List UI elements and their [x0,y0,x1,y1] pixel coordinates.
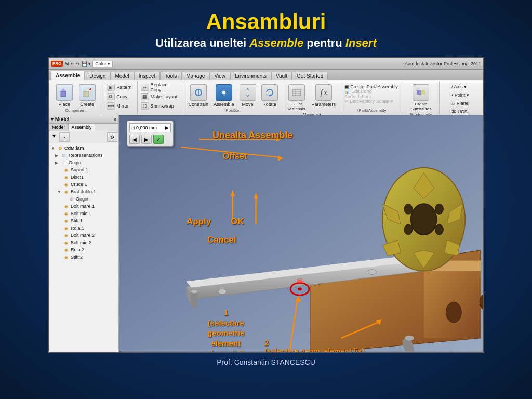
quick-access: 🖫 ↩ ↪ 💾 ▾ [64,61,91,66]
popup-input-field[interactable]: ⊡ 0,000 mm ▶ [129,123,171,132]
create-button[interactable]: Create [77,83,98,108]
svg-rect-50 [191,291,197,307]
ucs-button[interactable]: ⌘ UCS [451,108,469,115]
model-tab[interactable]: Model [49,124,69,131]
constrain-button[interactable]: Constrain [187,83,211,108]
ribbon-tabs: Assemble Design Model Inspect Tools Mana… [49,70,483,80]
plane-button[interactable]: ▱ Plane [451,100,469,107]
rotate-button[interactable]: Rotate [259,83,280,108]
svg-rect-0 [61,91,66,97]
tab-view[interactable]: View [209,72,230,80]
place-button[interactable]: Place [54,83,75,108]
model-toolbar: ▼ - ⚙ [49,131,118,143]
svg-point-47 [435,224,444,235]
svg-marker-1 [60,88,66,91]
pro-badge: PRO [51,61,63,66]
tree-item-cdm[interactable]: ▼ ⚙ CdM.iam [50,144,117,152]
svg-point-46 [404,224,413,235]
tree-item-rola1[interactable]: ◉ Rola:1 [50,224,117,232]
tree-item-bolt-mic1[interactable]: ◉ Bolt mic:1 [50,210,117,217]
rep-icon: □ [60,152,68,158]
point-button[interactable]: • Point ▾ [451,91,469,99]
edit-spreadsheet-button[interactable]: 📊 Edit using Spreadsheet [344,90,400,98]
tree-item-suport[interactable]: ◉ Suport:1 [50,166,117,174]
main-title: Ansambluri [206,9,326,34]
create-substitutes-button[interactable]: ↔ CreateSubstitutes [409,83,434,112]
popup-back-button[interactable]: ◀ [129,135,140,144]
pattern-icon: ⊞ [107,84,115,91]
manage-group: Bill ofMaterials ƒx Parameters Manage ▾ [283,81,341,114]
subtitle-middle: pentru [303,36,345,49]
rola2-icon: ◉ [62,247,70,253]
bill-of-materials-button[interactable]: Bill ofMaterials [286,83,307,112]
pattern-group: ⊞ Pattern ⧉ Copy ⟺ Mirror x [101,81,138,114]
tree-item-origin[interactable]: ▶ ⊕ Origin [50,159,117,166]
svg-point-8 [222,91,225,94]
position-group: Constrain Assemble Move [183,81,283,114]
tab-assemble[interactable]: Assemble [51,71,85,80]
copy-button[interactable]: ⧉ Copy [107,92,131,101]
tab-tools[interactable]: Tools [160,72,181,80]
assembly-tab[interactable]: Assembly [69,124,95,131]
suport-icon: ◉ [62,167,70,173]
axis-button[interactable]: / Axis ▾ [451,83,469,90]
parameters-button[interactable]: ƒx Parameters [310,83,338,108]
svg-point-32 [368,270,376,275]
tab-manage[interactable]: Manage [181,72,209,80]
tree-item-bolt-mare1[interactable]: ◉ Bolt mare:1 [50,203,117,210]
tree-item-bolt-mare2[interactable]: ◉ Bolt mare:2 [50,232,117,239]
app-name: Autodesk Inventor Professional 2011 [405,61,481,66]
svg-point-43 [411,204,437,235]
rotate-icon [261,84,278,101]
replace-copy-button[interactable]: ↔ Replace Copy [141,83,180,91]
tree-item-bolt-mic2[interactable]: ◉ Bolt mic:2 [50,239,117,246]
tree-item-representations[interactable]: ▶ □ Representations [50,152,117,159]
expand-all-button[interactable]: ⚙ [107,132,117,142]
move-button[interactable]: Move [237,83,258,108]
tab-design[interactable]: Design [85,72,110,80]
tab-model[interactable]: Model [110,72,134,80]
svg-point-51 [191,290,197,293]
tree-item-disc[interactable]: ◉ Disc:1 [50,174,117,181]
svg-text:ƒ: ƒ [320,88,324,97]
svg-point-45 [435,204,444,214]
mirror-button[interactable]: ⟺ Mirror [107,102,131,110]
tab-inspect[interactable]: Inspect [134,72,160,80]
move-icon [240,84,256,101]
popup-ok-button[interactable]: ✓ [153,135,164,144]
tree-item-brat[interactable]: ▼ ◉ Brat dublu:1 [50,188,117,195]
position-group-label: Position [225,108,240,113]
svg-marker-9 [246,88,249,97]
bom-icon [288,84,305,101]
tab-vault[interactable]: Vault [271,72,292,80]
tab-get-started[interactable]: Get Started [292,72,328,80]
subtitle-prefix: Utilizarea uneltei [155,36,249,49]
popup-forward-button[interactable]: ▶ [141,135,152,144]
assemble-icon [216,84,232,101]
component-group: Place Create Component [51,81,101,114]
work-features-group: / Axis ▾ • Point ▾ ▱ Plane ⌘ UCS Work Fe… [440,81,481,114]
subtitle-italic1: Assemble [249,36,303,49]
make-layout-button[interactable]: ▦ Make Layout [141,92,180,101]
color-dropdown[interactable]: Color ▾ [92,61,113,67]
assemble-button[interactable]: Assemble [211,83,236,108]
make-layout-icon: ▦ [141,93,149,100]
tree-item-origin2[interactable]: ⊕ Origin [50,195,117,203]
tree-item-cruce[interactable]: ◉ Cruce:1 [50,181,117,188]
bolt-mic1-icon: ◉ [62,210,70,217]
edit-factory-button[interactable]: ✏ Edit Factory Scope ▾ [344,98,400,105]
constrain-icon [190,84,207,101]
svg-rect-23 [424,261,481,338]
model-header: ▾ Model × [49,115,118,124]
screenshot-container: PRO 🖫 ↩ ↪ 💾 ▾ Color ▾ Autodesk Inventor … [48,57,484,353]
tree-item-rola2[interactable]: ◉ Rola:2 [50,246,117,254]
shrinkwrap-button[interactable]: ⬡ Shrinkwrap [141,102,180,110]
collapse-all-button[interactable]: - [59,132,70,142]
pattern-button[interactable]: ⊞ Pattern [107,83,131,91]
tree-item-stift2[interactable]: ◉ Stift:2 [50,254,117,261]
mirror-icon: ⟺ [107,102,115,110]
tree-item-stift1[interactable]: ◉ Stift:1 [50,217,117,224]
viewport[interactable]: ⊡ 0,000 mm ▶ ◀ ▶ ✓ Unealta Assemble Offs… [119,115,483,352]
tab-environments[interactable]: Environments [230,72,271,80]
copy-icon: ⧉ [107,93,115,100]
